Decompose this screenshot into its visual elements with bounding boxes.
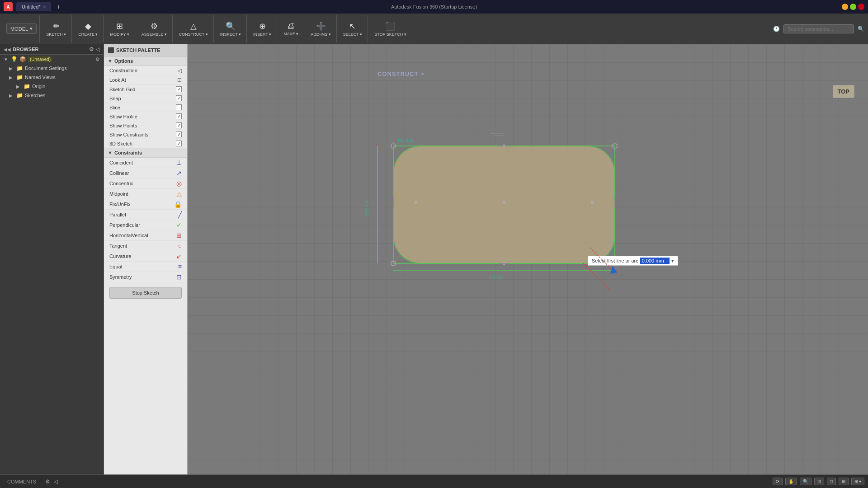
browser-item-sketches[interactable]: ▶ 📁 Sketches [0,91,104,100]
3d-sketch-checkbox[interactable] [176,141,182,146]
options-expand-icon: ▼ [108,58,113,64]
bottom-toolbar: ⟳ ✋ 🔍 ⊡ □ ⊞ ⊞▾ [773,478,864,485]
palette-item-snap[interactable]: Snap [104,94,187,103]
title-bar: A Untitled* × + Autodesk Fusion 360 (Sta… [0,0,868,14]
browser-root-cube-icon: 📦 [19,56,26,62]
pan-btn[interactable]: ✋ [785,478,797,485]
browser-settings-icon[interactable]: ⚙ [89,46,94,52]
toolbar-assemble-section: ⚙ ASSEMBLE ▾ [136,15,173,42]
stop-sketch-toolbar-button[interactable]: ⬛ STOP SKETCH ▾ [372,20,409,38]
browser-views-folder-icon: 📁 [16,74,23,80]
sketch-button[interactable]: ✏ SKETCH ▾ [43,20,69,38]
browser-item-origin[interactable]: ▶ 📁 Origin [0,82,104,91]
browser-item-document-settings[interactable]: ▶ 📁 Document Settings [0,64,104,73]
construct-button[interactable]: △ CONSTRUCT ▾ [176,20,211,38]
toolbar-create-section: ◆ CREATE ▾ [73,15,104,42]
construction-label: Construction [109,68,178,73]
tab-close-button[interactable]: × [43,5,46,9]
display-settings-btn[interactable]: ⊞▾ [851,478,864,485]
fit-btn[interactable]: ⊡ [814,478,824,485]
tooltip-value-input[interactable] [640,258,670,264]
viewport[interactable]: TOP CONSTRUCT > [188,44,868,474]
constraint-perpendicular[interactable]: Perpendicular ✓ [104,220,187,230]
inspect-button[interactable]: 🔍 INSPECT ▾ [217,20,244,38]
concentric-label: Concentric [109,181,176,186]
browser-expand-icon[interactable]: ◁ [96,46,100,52]
constraint-fix-unfix[interactable]: Fix/UnFix 🔒 [104,199,187,210]
svg-point-9 [415,201,417,204]
constraint-equal[interactable]: Equal ≡ [104,262,187,272]
close-button[interactable] [858,4,864,10]
assemble-button[interactable]: ⚙ ASSEMBLE ▾ [139,20,170,38]
palette-item-construction[interactable]: Construction ◁ [104,66,187,75]
browser-root-settings-icon[interactable]: ⚙ [95,56,100,62]
palette-item-show-points[interactable]: Show Points [104,121,187,130]
addins-icon: ➕ [316,21,326,31]
svg-text:120.00: 120.00 [488,275,504,280]
palette-item-sketch-grid[interactable]: Sketch Grid [104,85,187,94]
maximize-button[interactable] [850,4,856,10]
constraint-parallel[interactable]: Parallel ╱ [104,210,187,220]
select-button[interactable]: ↖ SELECT ▾ [340,20,365,38]
comments-settings-icon[interactable]: ⚙ [45,479,50,485]
3d-sketch-label: 3D Sketch [109,141,176,146]
search-icon[interactable]: 🔍 [858,26,864,32]
toolbar-make-section: 🖨 MAKE ▾ [278,15,304,42]
constraint-curvature[interactable]: Curvature ↙ [104,251,187,262]
constraint-collinear[interactable]: Collinear ↗ [104,168,187,178]
options-section-header[interactable]: ▼ Options [104,56,187,66]
browser-collapse-icon[interactable]: ◀◀ [4,47,11,52]
curvature-label: Curvature [109,253,176,259]
create-button[interactable]: ◆ CREATE ▾ [75,20,100,38]
constraint-coincident[interactable]: Coincident ⊥ [104,158,187,168]
search-input[interactable] [783,24,854,33]
stop-sketch-button[interactable]: Stop Sketch [109,287,182,299]
comments-expand-icon[interactable]: ◁ [54,479,58,485]
grid-display-btn[interactable]: ⊞ [839,478,849,485]
palette-item-show-profile[interactable]: Show Profile [104,112,187,121]
insert-button[interactable]: ⊕ INSERT ▾ [250,20,274,38]
model-dropdown[interactable]: MODEL ▾ [6,23,37,34]
palette-item-3d-sketch[interactable]: 3D Sketch [104,139,187,148]
tangent-label: Tangent [109,243,178,249]
palette-item-show-constraints[interactable]: Show Constraints [104,130,187,139]
model-label: MODEL [10,26,28,32]
constraint-symmetry[interactable]: Symmetry ⊡ [104,272,187,282]
toolbar: MODEL ▾ ✏ SKETCH ▾ ◆ CREATE ▾ ⊞ MODIFY ▾… [0,14,868,44]
palette-item-slice[interactable]: Slice [104,103,187,112]
view-cube-btn[interactable]: □ [827,478,836,485]
browser-header: ◀◀ BROWSER ⚙ ◁ [0,44,104,55]
tooltip-dropdown-icon[interactable]: ▾ [671,258,674,264]
constraints-section-header[interactable]: ▼ Constraints [104,148,187,158]
modify-button[interactable]: ⊞ MODIFY ▾ [107,20,132,38]
orbit-btn[interactable]: ⟳ [773,478,783,485]
browser-doc-folder-icon: 📁 [16,65,23,71]
slice-checkbox[interactable] [176,104,182,110]
snap-checkbox[interactable] [176,95,182,101]
palette-item-look-at[interactable]: Look At ⊡ [104,75,187,85]
make-button[interactable]: 🖨 MAKE ▾ [281,20,301,38]
app-icon: A [4,2,13,11]
constraint-tangent[interactable]: Tangent ○ [104,241,187,251]
constraint-tooltip: Select first line or arc ▾ [588,256,678,266]
zoom-btn[interactable]: 🔍 [800,478,811,485]
options-label: Options [114,58,133,64]
document-tab[interactable]: Untitled* × [16,2,51,11]
show-profile-checkbox[interactable] [176,113,182,119]
show-constraints-checkbox[interactable] [176,131,182,137]
new-tab-button[interactable]: + [57,3,60,10]
browser-item-named-views[interactable]: ▶ 📁 Named Views [0,73,104,82]
addins-button[interactable]: ➕ ADD-INS ▾ [308,20,334,38]
collinear-label: Collinear [109,170,176,176]
midpoint-icon: △ [177,190,182,197]
minimize-button[interactable] [842,4,848,10]
constraint-horizontal-vertical[interactable]: HorizontalVertical ⊞ [104,230,187,241]
browser-item-root[interactable]: ▼ 💡 📦 (Unsaved) ⚙ [0,55,104,64]
sketch-grid-checkbox[interactable] [176,86,182,92]
constraint-midpoint[interactable]: Midpoint △ [104,189,187,199]
main-area: ◀◀ BROWSER ⚙ ◁ ▼ 💡 📦 (Unsaved) ⚙ ▶ 📁 Doc… [0,44,868,474]
constraint-concentric[interactable]: Concentric ◎ [104,178,187,189]
browser-title: BROWSER [13,47,87,52]
show-points-checkbox[interactable] [176,122,182,128]
slice-label: Slice [109,105,176,110]
